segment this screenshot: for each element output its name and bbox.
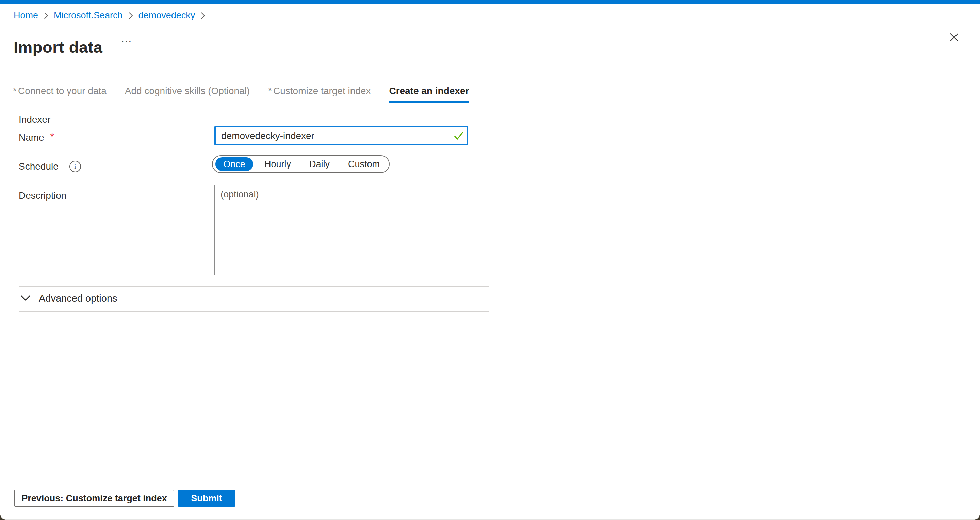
indexer-section-title: Indexer — [19, 114, 50, 125]
breadcrumb-link-demovedecky[interactable]: demovedecky — [138, 10, 195, 21]
submit-button[interactable]: Submit — [178, 490, 235, 507]
tab-connect-to-your-data[interactable]: *Connect to your data — [13, 86, 107, 103]
breadcrumb: Home Microsoft.Search demovedecky — [14, 10, 205, 21]
tab-label: Create an indexer — [389, 86, 469, 96]
tab-label: Add cognitive skills (Optional) — [125, 86, 250, 96]
tab-label: Customize target index — [273, 86, 371, 96]
description-textarea[interactable] — [215, 185, 468, 275]
import-data-page: Home Microsoft.Search demovedecky Import… — [0, 0, 980, 520]
description-field-label: Description — [19, 190, 66, 201]
indexer-name-input[interactable] — [215, 126, 468, 146]
schedule-option-custom[interactable]: Custom — [339, 159, 389, 170]
schedule-label-text: Schedule — [19, 161, 59, 172]
azure-top-bar — [0, 0, 980, 5]
wizard-tabs: *Connect to your data Add cognitive skil… — [13, 86, 469, 103]
breadcrumb-link-home[interactable]: Home — [14, 10, 38, 21]
previous-step-button[interactable]: Previous: Customize target index — [14, 490, 174, 507]
divider-above-advanced — [19, 286, 489, 287]
chevron-right-icon — [128, 12, 133, 19]
name-label-text: Name — [19, 132, 44, 143]
valid-checkmark-icon — [453, 130, 464, 142]
tab-label: Connect to your data — [18, 86, 107, 96]
tab-create-an-indexer[interactable]: Create an indexer — [389, 86, 469, 103]
divider-below-advanced — [19, 311, 489, 312]
footer-divider — [0, 476, 980, 477]
required-marker: * — [13, 86, 17, 96]
description-label-text: Description — [19, 190, 66, 201]
schedule-segmented-control: Once Hourly Daily Custom — [212, 155, 390, 173]
name-field-label: Name* — [19, 132, 54, 143]
chevron-down-icon — [21, 295, 30, 303]
advanced-options-label: Advanced options — [39, 293, 118, 304]
close-icon — [949, 32, 959, 44]
close-button[interactable] — [947, 30, 962, 46]
more-options-button[interactable]: … — [117, 30, 137, 47]
tab-add-cognitive-skills[interactable]: Add cognitive skills (Optional) — [125, 86, 250, 103]
chevron-right-icon — [200, 12, 205, 19]
advanced-options-toggle[interactable]: Advanced options — [21, 293, 118, 304]
required-marker: * — [268, 86, 272, 96]
chevron-right-icon — [43, 12, 48, 19]
screen-corner-artifact — [0, 515, 5, 520]
description-area — [215, 185, 468, 275]
required-asterisk: * — [50, 131, 54, 142]
name-input-wrap — [215, 126, 468, 146]
breadcrumb-link-microsoft-search[interactable]: Microsoft.Search — [54, 10, 123, 21]
page-title: Import data — [14, 38, 102, 56]
schedule-option-once[interactable]: Once — [215, 157, 253, 171]
schedule-option-daily[interactable]: Daily — [300, 159, 339, 170]
schedule-field-label: Schedule i — [19, 161, 81, 172]
schedule-option-hourly[interactable]: Hourly — [255, 159, 300, 170]
screen-corner-artifact — [975, 515, 980, 520]
tab-customize-target-index[interactable]: *Customize target index — [268, 86, 371, 103]
info-icon[interactable]: i — [69, 161, 81, 172]
